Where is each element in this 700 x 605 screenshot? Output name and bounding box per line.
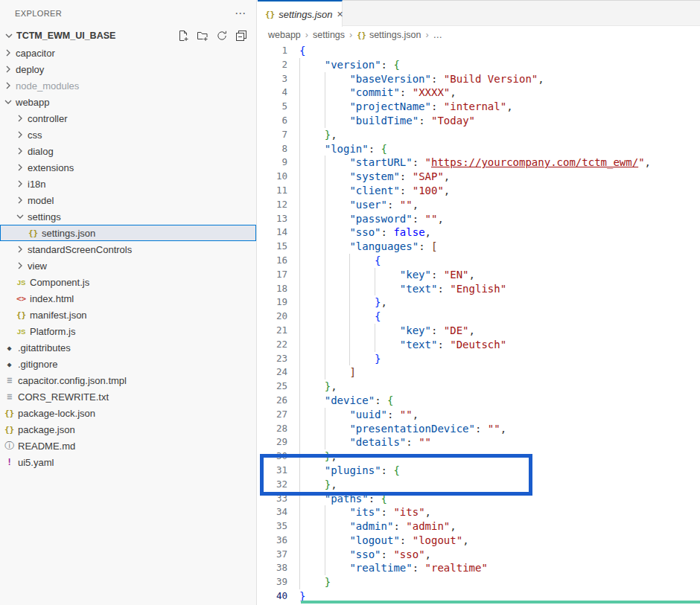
- token-p: ,: [437, 213, 443, 225]
- line-number: 25: [258, 380, 287, 394]
- tree-item-ui5-yaml[interactable]: !ui5.yaml: [0, 454, 256, 470]
- tree-item-model[interactable]: model: [0, 192, 256, 208]
- code-line-20[interactable]: 20{: [258, 310, 700, 324]
- code-area[interactable]: 1{2"version": {3"baseVersion": "Build Ve…: [258, 44, 700, 604]
- tree-item-dialog[interactable]: dialog: [0, 143, 256, 159]
- collapse-folders-icon[interactable]: [235, 30, 247, 42]
- code-line-28[interactable]: 28"presentationDevice": "",: [258, 422, 700, 436]
- tree-item-package-lock-json[interactable]: {}package-lock.json: [0, 405, 256, 421]
- indent-guide: [299, 100, 325, 114]
- tree-item-settings-json[interactable]: {}settings.json: [0, 225, 256, 241]
- code-line-31[interactable]: 31"plugins": {: [258, 464, 700, 478]
- code-line-9[interactable]: 9"startURL": "https://yourcompany.com/tc…: [258, 156, 700, 170]
- tree-item-controller[interactable]: controller: [0, 110, 256, 127]
- code-line-27[interactable]: 27"uuid": "",: [258, 408, 700, 422]
- code-line-23[interactable]: 23}: [258, 352, 700, 366]
- code-line-36[interactable]: 36"logout": "logout",: [258, 534, 700, 548]
- code-line-10[interactable]: 10"system": "SAP",: [258, 170, 700, 184]
- code-line-32[interactable]: 32},: [258, 478, 700, 492]
- new-folder-icon[interactable]: [197, 30, 209, 42]
- indent-guide: [299, 198, 325, 212]
- code-line-15[interactable]: 15"languages": [: [258, 240, 700, 254]
- indent-guide: [325, 86, 350, 100]
- tree-item-webapp[interactable]: webapp: [0, 94, 256, 110]
- breadcrumb-item-symbol[interactable]: …: [433, 30, 443, 40]
- tree-item-extensions[interactable]: extensions: [0, 159, 256, 176]
- tree-item-settings[interactable]: settings: [0, 208, 256, 225]
- tree-item-node-modules[interactable]: node_modules: [0, 77, 256, 94]
- tree-item-css[interactable]: css: [0, 127, 256, 143]
- token-b2: {: [381, 143, 387, 155]
- tab-settings-json[interactable]: {} settings.json ×: [258, 0, 343, 27]
- tree-item-readme-md[interactable]: ⓘREADME.md: [0, 438, 256, 454]
- code-line-17[interactable]: 17"key": "EN",: [258, 268, 700, 282]
- code-line-7[interactable]: 7},: [258, 128, 700, 142]
- code-line-16[interactable]: 16{: [258, 254, 700, 268]
- code-line-1[interactable]: 1{: [258, 44, 700, 58]
- code-line-30[interactable]: 30},: [258, 449, 700, 464]
- code-line-2[interactable]: 2"version": {: [258, 58, 700, 72]
- indent-guide: [299, 114, 325, 128]
- line-number: 18: [258, 282, 287, 296]
- token-p: ,: [538, 73, 544, 85]
- new-file-icon[interactable]: [177, 30, 189, 42]
- code-line-24[interactable]: 24]: [258, 365, 700, 380]
- tree-item-platform-js[interactable]: JSPlatform.js: [0, 323, 256, 339]
- tree-item-i18n[interactable]: i18n: [0, 176, 256, 192]
- breadcrumb-item-webapp[interactable]: webapp: [268, 30, 301, 40]
- tree-item-component-js[interactable]: JSComponent.js: [0, 274, 256, 290]
- code-line-39[interactable]: 39}: [258, 575, 700, 589]
- tree-item-deploy[interactable]: deploy: [0, 61, 256, 77]
- refresh-icon[interactable]: [216, 30, 228, 42]
- indent-guide: [375, 268, 400, 282]
- code-line-22[interactable]: 22"text": "Deutsch": [258, 338, 700, 352]
- indent-guide: [299, 128, 325, 142]
- code-line-6[interactable]: 6"buildTime": "Today": [258, 114, 700, 128]
- explorer-title: EXPLORER: [15, 9, 62, 18]
- code-line-21[interactable]: 21"key": "DE",: [258, 324, 700, 338]
- line-number: 1: [258, 44, 287, 58]
- indent-guide: [299, 435, 325, 449]
- code-line-38[interactable]: 38"realtime": "realtime": [258, 561, 700, 575]
- indent-guide: [325, 156, 350, 170]
- tree-item--gitattributes[interactable]: ◆.gitattributes: [0, 339, 256, 356]
- tree-item-capacitor[interactable]: capacitor: [0, 45, 256, 61]
- code-line-11[interactable]: 11"client": "100",: [258, 184, 700, 198]
- indent-guide: [325, 519, 350, 534]
- tree-item--gitignore[interactable]: ◆.gitignore: [0, 356, 256, 372]
- line-number: 22: [258, 338, 287, 352]
- indent-guide: [299, 534, 325, 548]
- breadcrumb-item-settings-json[interactable]: {} settings.json: [357, 30, 421, 40]
- code-line-18[interactable]: 18"text": "English": [258, 282, 700, 296]
- tree-item-package-json[interactable]: {}package.json: [0, 421, 256, 438]
- code-line-19[interactable]: 19},: [258, 295, 700, 310]
- code-line-5[interactable]: 5"projectName": "internal",: [258, 100, 700, 114]
- tree-item-index-html[interactable]: <>index.html: [0, 290, 256, 307]
- more-actions-icon[interactable]: ⋯: [235, 10, 246, 17]
- code-line-3[interactable]: 3"baseVersion": "Build Version",: [258, 72, 700, 86]
- code-line-8[interactable]: 8"login": {: [258, 142, 700, 156]
- tree-item-label: css: [28, 129, 42, 141]
- code-line-25[interactable]: 25},: [258, 380, 700, 394]
- breadcrumb-separator: ›: [305, 30, 308, 40]
- tree-item-manifest-json[interactable]: {}manifest.json: [0, 307, 256, 323]
- indent-guide: [325, 184, 350, 198]
- code-line-37[interactable]: 37"sso": "sso",: [258, 548, 700, 562]
- code-line-35[interactable]: 35"admin": "admin",: [258, 519, 700, 534]
- breadcrumb-item-settings[interactable]: settings: [313, 30, 345, 40]
- close-tab-icon[interactable]: ×: [333, 8, 343, 20]
- explorer-root-row[interactable]: TCTM_EWM_UI_BASE: [0, 27, 256, 44]
- tree-item-standardscreencontrols[interactable]: standardScreenControls: [0, 241, 256, 257]
- code-line-4[interactable]: 4"commit": "XXXX",: [258, 86, 700, 100]
- code-line-14[interactable]: 14"sso": false,: [258, 225, 700, 240]
- code-line-29[interactable]: 29"details": "": [258, 435, 700, 449]
- code-line-13[interactable]: 13"password": "",: [258, 212, 700, 226]
- tree-item-capacitor-config-json-tmpl[interactable]: ≡capacitor.config.json.tmpl: [0, 372, 256, 388]
- tree-item-view[interactable]: view: [0, 257, 256, 274]
- code-line-33[interactable]: 33"paths": {: [258, 492, 700, 506]
- tree-item-cors-rewrite-txt[interactable]: ≡CORS_REWRITE.txt: [0, 388, 256, 405]
- code-line-34[interactable]: 34"its": "its",: [258, 505, 700, 519]
- code-line-12[interactable]: 12"user": "",: [258, 198, 700, 212]
- code-line-26[interactable]: 26"device": {: [258, 394, 700, 408]
- indent-guide: [299, 561, 325, 575]
